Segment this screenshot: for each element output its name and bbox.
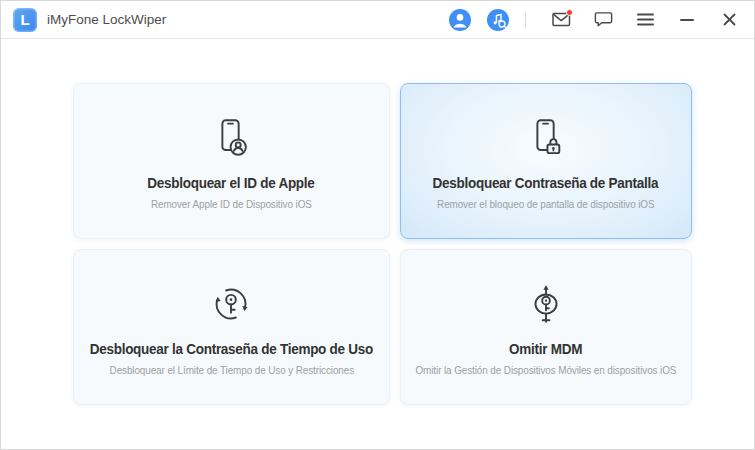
phone-lock-icon xyxy=(523,113,569,161)
close-icon[interactable] xyxy=(716,7,742,33)
app-logo-icon: L xyxy=(13,8,37,32)
card-subtitle: Desbloquear el Límite de Tiempo de Uso y… xyxy=(109,364,353,376)
phone-user-icon xyxy=(208,113,254,161)
titlebar: L iMyFone LockWiper xyxy=(1,1,754,39)
card-unlock-screen-time[interactable]: Desbloquear la Contraseña de Tiempo de U… xyxy=(73,249,390,405)
card-unlock-apple-id[interactable]: Desbloquear el ID de Apple Remover Apple… xyxy=(73,83,390,239)
key-refresh-icon xyxy=(208,279,254,327)
card-title: Desbloquear Contraseña de Pantalla xyxy=(433,174,659,191)
minimize-icon[interactable] xyxy=(674,7,700,33)
notification-dot xyxy=(566,9,573,16)
account-icon[interactable] xyxy=(447,7,473,33)
feature-grid: Desbloquear el ID de Apple Remover Apple… xyxy=(73,83,682,405)
card-title: Desbloquear la Contraseña de Tiempo de U… xyxy=(90,340,373,357)
key-bypass-icon xyxy=(523,279,569,327)
card-title: Omitir MDM xyxy=(509,340,582,357)
product-search-icon[interactable] xyxy=(485,7,511,33)
menu-icon[interactable] xyxy=(632,7,658,33)
card-subtitle: Omitir la Gestión de Dispositivos Móvile… xyxy=(415,364,676,376)
titlebar-divider xyxy=(525,12,526,28)
card-unlock-screen-passcode[interactable]: Desbloquear Contraseña de Pantalla Remov… xyxy=(400,83,692,239)
chat-icon[interactable] xyxy=(590,7,616,33)
titlebar-actions xyxy=(447,7,742,33)
mail-icon[interactable] xyxy=(548,7,574,33)
card-subtitle: Remover el bloqueo de pantalla de dispos… xyxy=(437,198,654,210)
card-subtitle: Remover Apple ID de Dispositivo iOS xyxy=(151,198,312,210)
lockwiper-window: { "header": { "app_title": "iMyFone Lock… xyxy=(0,0,755,450)
app-title: iMyFone LockWiper xyxy=(47,12,166,27)
card-bypass-mdm[interactable]: Omitir MDM Omitir la Gestión de Disposit… xyxy=(400,249,692,405)
card-title: Desbloquear el ID de Apple xyxy=(148,174,315,191)
